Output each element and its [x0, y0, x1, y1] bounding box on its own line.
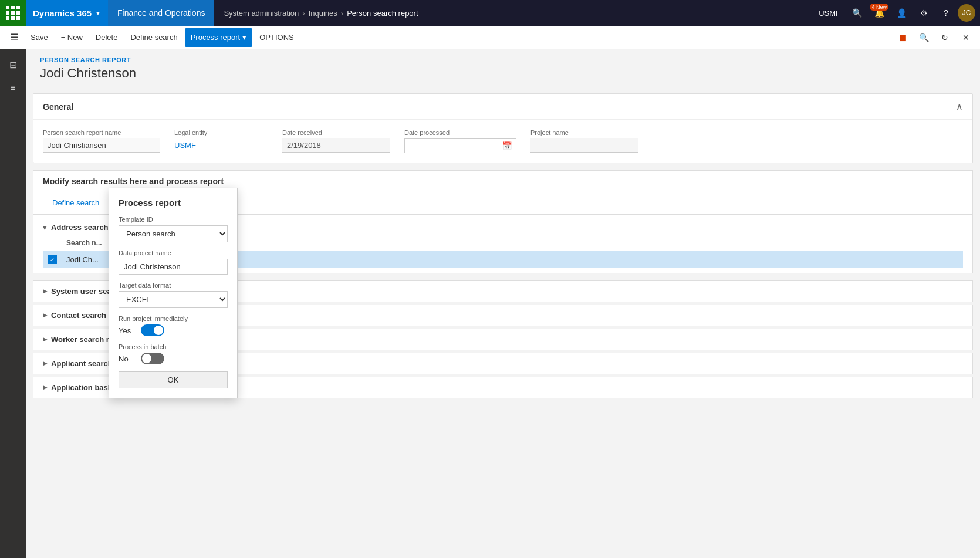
general-form-row: Person search report name Legal entity U… — [43, 129, 963, 153]
run-immediately-toggle-row: Yes — [119, 324, 228, 336]
notification-badge: 4 New — [870, 4, 888, 11]
person-search-report-name-group: Person search report name — [43, 129, 160, 153]
date-processed-calendar-btn[interactable]: 📅 — [499, 139, 516, 153]
process-report-label: Process report — [191, 33, 241, 42]
data-project-input[interactable] — [119, 259, 228, 275]
apps-grid — [6, 6, 20, 20]
date-processed-input[interactable] — [405, 139, 499, 153]
breadcrumb: System administration › Inquiries › Pers… — [214, 9, 809, 18]
process-report-dialog: Process report Template ID Person search… — [109, 188, 238, 398]
system-user-chevron-icon: ▾ — [40, 290, 49, 293]
project-name-label: Project name — [530, 129, 638, 136]
legal-entity-label: Legal entity — [174, 129, 268, 136]
general-card-header[interactable]: General ∧ — [33, 94, 972, 120]
template-id-select[interactable]: Person search — [119, 225, 228, 242]
general-card: General ∧ Person search report name Lega… — [33, 93, 973, 163]
breadcrumb-sep1: › — [302, 9, 305, 18]
person-search-report-name-label: Person search report name — [43, 129, 160, 136]
action-search-icon[interactable]: 🔍 — [914, 28, 933, 47]
breadcrumb-system-admin[interactable]: System administration — [224, 9, 299, 18]
define-search-button[interactable]: Define search — [124, 28, 183, 47]
help-icon-btn[interactable]: ? — [935, 0, 957, 26]
breadcrumb-inquiries[interactable]: Inquiries — [309, 9, 337, 18]
avatar[interactable]: JC — [958, 4, 975, 22]
process-batch-knob — [142, 354, 151, 363]
target-format-select[interactable]: EXCEL CSV XML — [119, 291, 228, 308]
target-format-label: Target data format — [119, 282, 228, 289]
office-icon[interactable]: ◼ — [893, 28, 912, 47]
process-report-chevron-icon: ▾ — [242, 33, 246, 42]
template-id-label: Template ID — [119, 216, 228, 223]
template-id-field: Template ID Person search — [119, 216, 228, 242]
project-name-group: Project name — [530, 129, 638, 153]
breadcrumb-sep2: › — [341, 9, 343, 18]
user-icon-btn[interactable]: 👤 — [891, 0, 912, 26]
process-batch-toggle[interactable] — [141, 353, 164, 364]
contact-search-chevron-icon: ▾ — [40, 314, 49, 317]
app-basket-chevron-icon: ▾ — [40, 386, 49, 390]
process-batch-field-label: Process in batch — [119, 343, 228, 350]
save-button[interactable]: Save — [25, 28, 54, 47]
row-checkbox[interactable] — [48, 255, 57, 264]
top-nav: Dynamics 365 ▼ Finance and Operations Sy… — [0, 0, 980, 26]
data-project-label: Data project name — [119, 249, 228, 256]
person-search-report-name-input[interactable] — [43, 138, 160, 153]
dynamics-title[interactable]: Dynamics 365 ▼ — [26, 0, 108, 26]
search-icon-btn[interactable]: 🔍 — [846, 0, 867, 26]
finance-title: Finance and Operations — [108, 0, 214, 26]
applicant-search-chevron-icon: ▾ — [40, 362, 49, 366]
action-bar: ☰ Save + New Delete Define search Proces… — [0, 26, 980, 49]
ok-button[interactable]: OK — [119, 371, 228, 388]
row-checkbox-cell — [43, 251, 62, 268]
legal-entity-group: Legal entity USMF — [174, 129, 268, 153]
apps-icon[interactable] — [0, 0, 26, 26]
data-project-field: Data project name — [119, 249, 228, 275]
action-bar-right: ◼ 🔍 ↻ ✕ — [893, 28, 975, 47]
process-report-button[interactable]: Process report ▾ — [185, 28, 253, 47]
search-section-title: Modify search results here and process r… — [43, 177, 963, 186]
run-immediately-knob — [154, 326, 163, 335]
close-icon[interactable]: ✕ — [957, 28, 975, 47]
run-immediately-toggle-label: Yes — [119, 326, 136, 335]
process-batch-toggle-label: No — [119, 354, 136, 363]
notifications-icon-btn[interactable]: 🔔 4 New — [869, 0, 890, 26]
breadcrumb-current: Person search report — [347, 9, 418, 18]
target-format-field: Target data format EXCEL CSV XML — [119, 282, 228, 308]
hamburger-icon[interactable]: ☰ — [5, 28, 23, 47]
sidebar-menu-icon[interactable]: ≡ — [2, 77, 23, 99]
col-empty — [807, 235, 963, 251]
sidebar: ⊟ ≡ — [0, 49, 26, 558]
options-button[interactable]: OPTIONS — [254, 28, 300, 47]
address-chevron-icon: ▾ — [43, 224, 46, 232]
page-header: PERSON SEARCH REPORT Jodi Christenson — [26, 49, 980, 86]
top-right-actions: USMF 🔍 🔔 4 New 👤 ⚙ ? JC — [809, 0, 980, 26]
run-immediately-field-label: Run project immediately — [119, 315, 228, 322]
date-received-label: Date received — [282, 129, 390, 136]
process-batch-toggle-row: No — [119, 353, 228, 364]
project-name-input[interactable] — [530, 138, 638, 153]
finance-label: Finance and Operations — [117, 8, 205, 18]
tab-define-search[interactable]: Define search — [43, 192, 109, 215]
settings-icon-btn[interactable]: ⚙ — [913, 0, 934, 26]
date-received-group: Date received — [282, 129, 390, 153]
date-processed-wrapper: 📅 — [404, 138, 516, 153]
legal-entity-value[interactable]: USMF — [174, 138, 268, 152]
general-title: General — [43, 102, 956, 111]
new-button[interactable]: + New — [55, 28, 89, 47]
dynamics-label: Dynamics 365 — [33, 8, 92, 18]
page-label: PERSON SEARCH REPORT — [40, 56, 966, 63]
general-card-body: Person search report name Legal entity U… — [33, 120, 972, 163]
general-collapse-icon: ∧ — [956, 101, 963, 112]
process-batch-group: Process in batch No — [119, 343, 228, 364]
usmf-label[interactable]: USMF — [814, 9, 845, 18]
date-processed-label: Date processed — [404, 129, 516, 136]
date-received-input[interactable] — [282, 138, 390, 153]
delete-button[interactable]: Delete — [90, 28, 124, 47]
sidebar-filter-icon[interactable]: ⊟ — [2, 54, 23, 75]
date-processed-group: Date processed 📅 — [404, 129, 516, 153]
worker-search-chevron-icon: ▾ — [40, 338, 49, 341]
dynamics-chevron-icon: ▼ — [95, 10, 101, 16]
run-immediately-toggle[interactable] — [141, 324, 164, 336]
refresh-icon[interactable]: ↻ — [935, 28, 954, 47]
row-col2 — [807, 251, 963, 268]
